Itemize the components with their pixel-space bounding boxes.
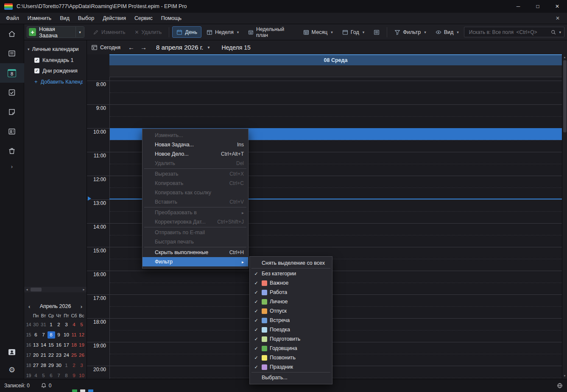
filter-submenu-item[interactable]: ✓Работа [250,288,332,297]
menubar-item-2[interactable]: Вид [56,14,74,23]
filter-submenu-item[interactable]: ✓Отпуск [250,306,332,316]
date-picker[interactable]: 8 апреля 2026 г. ▾ [156,44,210,51]
context-menu-item[interactable]: Быстрая печать [142,237,248,246]
mini-cal-day[interactable]: 3 [63,321,70,328]
month-view-button[interactable]: Месяц ▾ [299,26,337,38]
filter-submenu-item[interactable]: ✓Поездка [250,325,332,334]
mini-cal-day[interactable]: 14 [40,342,47,349]
mini-cal-day[interactable]: 8 [63,372,70,379]
mini-cal-day[interactable]: 3 [78,362,86,369]
scroll-up-icon[interactable]: ▴ [564,55,566,59]
mini-cal-day[interactable]: 8 [47,331,55,339]
mini-cal-day[interactable]: 16 [55,342,63,349]
rail-journal-icon[interactable] [0,44,24,63]
context-menu-item[interactable]: Корректировка Дат...Ctrl+Shift+J [142,217,248,227]
scrollbar-track[interactable] [563,59,567,374]
mini-cal-day[interactable]: 24 [63,352,70,359]
mini-cal-day[interactable]: 5 [40,372,47,379]
context-menu-item[interactable]: Изменить... [142,131,248,140]
user-avatar[interactable] [0,343,24,361]
filter-submenu-item[interactable]: ✓Годовщина [250,344,332,353]
mini-cal-day[interactable]: 25 [70,352,78,359]
filter-submenu-item[interactable]: ✓Важное [250,278,332,288]
calendars-group-header[interactable]: ▾ Личные календари [24,40,87,55]
week-view-button[interactable]: Неделя ▾ [202,26,243,38]
scroll-right-icon[interactable]: ▸ [81,288,87,291]
search-input[interactable] [468,29,549,36]
search-options-caret-icon[interactable]: ▾ [559,30,561,34]
menubar-item-6[interactable]: Помощь [157,14,186,23]
rail-trash-icon[interactable] [0,141,24,161]
context-menu-item[interactable]: Новое Дело...Ctrl+Alt+T [142,149,248,159]
minimize-button[interactable]: ─ [508,0,528,13]
mini-cal-day[interactable]: 23 [55,352,63,359]
scrollbar-thumb[interactable] [31,288,42,291]
filter-submenu-item[interactable]: ✓Позвонить [250,353,332,362]
close-button[interactable]: ✕ [547,0,567,13]
search-icon[interactable] [550,29,556,35]
calendar-list-item[interactable]: ✓Дни рождения [24,65,87,76]
context-menu-item[interactable]: Отправить по E-mail [142,228,248,237]
today-button[interactable]: Сегодня [91,44,120,50]
mini-cal-day[interactable]: 18 [70,342,78,349]
menubar-item-0[interactable]: Файл [2,14,23,23]
menubar-item-1[interactable]: Изменить [23,14,56,23]
context-menu-item[interactable]: КопироватьCtrl+C [142,179,248,188]
context-menu-item[interactable]: Преобразовать в▸ [142,208,248,217]
mini-cal-day[interactable]: 26 [78,352,86,359]
mini-cal-day[interactable]: 31 [40,321,47,328]
all-day-row[interactable] [109,65,562,77]
mini-cal-day[interactable]: 12 [78,331,86,339]
next-month-icon[interactable]: › [81,303,82,310]
delete-button[interactable]: ✕ Удалить [131,26,166,38]
new-task-button[interactable]: + Новая Задача ▾ [27,26,84,38]
notifications[interactable]: 0 [41,383,52,389]
next-day-icon[interactable]: → [140,44,147,51]
rail-contacts-icon[interactable] [0,122,24,141]
prev-day-icon[interactable]: ← [128,44,134,51]
rail-notes-icon[interactable] [0,102,24,122]
mini-cal-day[interactable]: 17 [63,342,70,349]
mini-cal-day[interactable]: 2 [70,362,78,369]
mini-cal-day[interactable]: 29 [47,362,55,369]
menubar-item-5[interactable]: Сервис [130,14,157,23]
mini-cal-day[interactable]: 1 [47,321,55,328]
filter-submenu-item[interactable]: Выбрать... [250,373,332,382]
mini-cal-day[interactable]: 5 [78,321,86,328]
checkbox-checked-icon[interactable]: ✓ [34,58,39,63]
mini-cal-day[interactable]: 11 [70,331,78,339]
mini-cal-day[interactable]: 7 [40,331,47,339]
add-calendar-link[interactable]: + Добавить Календарь [24,78,87,85]
edit-button[interactable]: Изменить [89,26,129,38]
menubar-item-4[interactable]: Действия [98,14,130,23]
filter-submenu-item[interactable]: ✓Подготовить [250,334,332,344]
vertical-scrollbar[interactable]: ▴ ▾ [562,54,567,379]
mini-cal-day[interactable]: 4 [70,321,78,328]
mini-cal-day[interactable]: 10 [63,331,70,339]
mini-cal-day[interactable]: 9 [55,331,63,339]
mini-cal-day[interactable]: 30 [32,321,40,328]
year-view-button[interactable]: Год ▾ [338,26,369,38]
scrollbar-thumb[interactable] [563,60,567,132]
menubar-close-icon[interactable]: ✕ [550,15,565,21]
filter-submenu-item[interactable]: Снять выделение со всех [250,258,332,268]
filter-submenu-item[interactable]: ✓Праздник [250,362,332,372]
mini-cal-day[interactable]: 19 [78,342,86,349]
mini-cal-day[interactable]: 28 [40,362,47,369]
context-menu-item[interactable]: ВставитьCtrl+V [142,197,248,207]
mini-cal-day[interactable]: 22 [47,352,55,359]
context-menu-item[interactable]: Новая Задача...Ins [142,140,248,149]
rail-calendar-icon[interactable]: 8 [0,63,24,83]
mini-cal-day[interactable]: 1 [63,362,70,369]
mini-cal-day[interactable]: 30 [55,362,63,369]
mini-cal-day[interactable]: 20 [32,352,40,359]
collapse-chevron-icon[interactable]: ▾ [28,47,30,51]
settings-gear-icon[interactable]: ⚙ [0,361,24,379]
mini-cal-day[interactable]: 6 [47,372,55,379]
filter-submenu-item[interactable]: ✓Личное [250,297,332,306]
week-plan-button[interactable]: Недельный план [244,26,298,38]
context-menu-item[interactable]: Скрыть выполненныеCtrl+H [142,248,248,257]
mini-cal-day[interactable]: 7 [55,372,63,379]
context-menu-item[interactable]: ВырезатьCtrl+X [142,169,248,179]
maximize-button[interactable]: □ [528,0,547,13]
